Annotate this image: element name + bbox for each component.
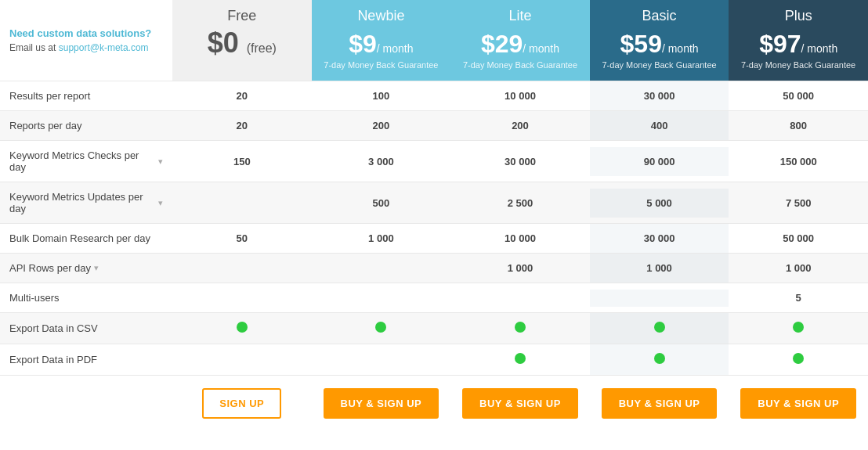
- feature-value-text: 5: [796, 292, 801, 304]
- feature-value-0-3: 30 000: [590, 81, 729, 110]
- feature-value-1-3: 400: [590, 111, 729, 140]
- feature-value-2-4: 150 000: [729, 147, 868, 176]
- feature-value-text: 1 000: [368, 232, 394, 244]
- plan-header-free: Free $0 (free): [172, 0, 312, 81]
- feature-value-4-1: 1 000: [312, 224, 451, 253]
- feature-value-text: 50 000: [783, 90, 814, 102]
- feature-value-text: 500: [373, 197, 390, 209]
- feature-value-5-3: 1 000: [590, 254, 729, 283]
- feature-value-5-2: 1 000: [450, 254, 590, 283]
- button-cell-4: BUY & SIGN UP: [729, 388, 868, 419]
- feature-row: Reports per day20200200400800: [0, 110, 868, 140]
- feature-label-2: Keyword Metrics Checks per day▾: [0, 141, 172, 182]
- signup-button[interactable]: SIGN UP: [202, 388, 281, 419]
- buy-signup-button-3[interactable]: BUY & SIGN UP: [602, 388, 718, 419]
- feature-value-text: 5 000: [646, 197, 672, 209]
- feature-row: Export Data in CSV: [0, 312, 868, 344]
- info-icon-3[interactable]: ▾: [158, 198, 163, 208]
- feature-value-text: 90 000: [644, 156, 675, 167]
- button-cell-2: BUY & SIGN UP: [450, 388, 590, 419]
- feature-value-1-1: 200: [312, 111, 451, 140]
- feature-value-7-0: [172, 313, 312, 344]
- feature-value-text: 50: [237, 232, 248, 244]
- feature-value-5-1: [312, 260, 451, 277]
- feature-label-1: Reports per day: [0, 111, 172, 140]
- plan-price-plus: $97/ month: [759, 29, 837, 57]
- feature-value-7-1: [312, 313, 451, 344]
- feature-value-text: 30 000: [644, 232, 675, 244]
- feature-row: API Rows per day▾1 0001 0001 000: [0, 253, 868, 283]
- feature-row: Keyword Metrics Checks per day▾1503 0003…: [0, 140, 868, 182]
- header-row: Need custom data solutions? Email us at …: [0, 0, 868, 81]
- feature-value-2-2: 30 000: [450, 147, 590, 176]
- info-icon-5[interactable]: ▾: [94, 263, 99, 273]
- feature-value-0-1: 100: [312, 81, 451, 110]
- checkmark-dot: [654, 353, 665, 364]
- support-email[interactable]: support@k-meta.com: [59, 42, 149, 53]
- plan-headers: Free $0 (free) Newbie $9/ month 7-day Mo…: [172, 0, 868, 81]
- feature-value-0-2: 10 000: [450, 81, 590, 110]
- buy-signup-button-2[interactable]: BUY & SIGN UP: [462, 388, 578, 419]
- plan-name-newbie: Newbie: [357, 8, 404, 24]
- feature-value-text: 30 000: [505, 156, 536, 167]
- feature-value-2-3: 90 000: [590, 147, 729, 176]
- button-row: SIGN UPBUY & SIGN UPBUY & SIGN UPBUY & S…: [0, 375, 868, 431]
- checkmark-dot: [515, 322, 526, 333]
- feature-value-text: 150: [233, 156, 251, 167]
- buy-signup-button-4[interactable]: BUY & SIGN UP: [740, 388, 856, 419]
- feature-value-text: 10 000: [505, 232, 536, 244]
- feature-value-text: 2 500: [508, 197, 533, 209]
- plan-header-plus: Plus $97/ month 7-day Money Back Guarant…: [729, 0, 868, 81]
- feature-value-2-0: 150: [172, 147, 312, 176]
- feature-value-text: 7 500: [786, 197, 812, 209]
- feature-value-6-2: [450, 290, 590, 307]
- pricing-table: Need custom data solutions? Email us at …: [0, 0, 868, 431]
- feature-value-2-1: 3 000: [312, 147, 451, 176]
- feature-value-text: 400: [651, 120, 668, 131]
- feature-value-5-4: 1 000: [729, 254, 868, 283]
- feature-value-text: 10 000: [505, 90, 536, 102]
- plan-header-lite: Lite $29/ month 7-day Money Back Guarant…: [450, 0, 590, 81]
- feature-value-8-1: [312, 351, 451, 369]
- feature-value-3-0: [172, 194, 312, 211]
- feature-value-0-0: 20: [172, 81, 312, 110]
- feature-row: Keyword Metrics Updates per day▾5002 500…: [0, 182, 868, 223]
- email-line: Email us at support@k-meta.com: [9, 42, 163, 53]
- guarantee-basic: 7-day Money Back Guarantee: [602, 60, 717, 70]
- feature-value-6-0: [172, 290, 312, 307]
- checkmark-dot: [793, 322, 804, 333]
- feature-value-3-3: 5 000: [590, 189, 729, 218]
- feature-value-text: 20: [237, 90, 248, 102]
- feature-value-4-4: 50 000: [729, 224, 868, 253]
- button-cells: SIGN UPBUY & SIGN UPBUY & SIGN UPBUY & S…: [172, 388, 868, 419]
- feature-value-8-4: [729, 344, 868, 375]
- feature-value-3-1: 500: [312, 189, 451, 218]
- email-prefix: Email us at: [9, 42, 59, 53]
- feature-value-7-4: [729, 313, 868, 344]
- feature-value-3-2: 2 500: [450, 189, 590, 218]
- feature-value-text: 200: [512, 120, 529, 131]
- feature-row: Multi-users5: [0, 283, 868, 312]
- feature-value-text: 150 000: [780, 156, 817, 167]
- feature-label-8: Export Data in PDF: [0, 345, 172, 374]
- guarantee-newbie: 7-day Money Back Guarantee: [324, 60, 438, 70]
- feature-value-8-2: [450, 344, 590, 375]
- buy-signup-button-1[interactable]: BUY & SIGN UP: [324, 388, 439, 419]
- feature-value-text: 50 000: [783, 232, 814, 244]
- feature-label-4: Bulk Domain Research per day: [0, 224, 172, 253]
- custom-solutions-text: Need custom data solutions?: [9, 27, 163, 39]
- feature-value-text: 3 000: [368, 156, 394, 167]
- feature-value-text: 200: [373, 120, 390, 131]
- feature-value-text: 800: [790, 120, 807, 131]
- feature-value-6-1: [312, 290, 451, 307]
- plan-price-basic: $59/ month: [620, 29, 699, 57]
- feature-label-0: Results per report: [0, 81, 172, 110]
- feature-value-1-0: 20: [172, 111, 312, 140]
- feature-value-8-0: [172, 351, 312, 369]
- info-icon-2[interactable]: ▾: [158, 157, 163, 167]
- feature-label-3: Keyword Metrics Updates per day▾: [0, 182, 172, 223]
- feature-value-8-3: [590, 344, 729, 375]
- feature-value-4-2: 10 000: [450, 224, 590, 253]
- plan-header-newbie: Newbie $9/ month 7-day Money Back Guaran…: [312, 0, 451, 81]
- plan-name-free: Free: [227, 8, 256, 24]
